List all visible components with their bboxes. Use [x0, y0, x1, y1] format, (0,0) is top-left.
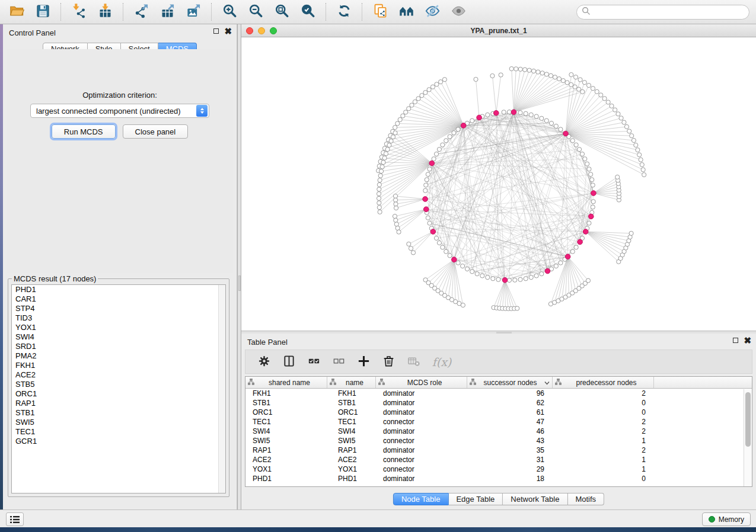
network-node[interactable]	[394, 222, 398, 226]
list-item[interactable]: STP4	[12, 304, 225, 313]
network-node[interactable]	[586, 278, 590, 283]
network-node[interactable]	[377, 192, 381, 196]
network-hub-node[interactable]	[502, 278, 508, 283]
network-node[interactable]	[629, 231, 633, 235]
import-table-button[interactable]	[94, 2, 116, 22]
network-node[interactable]	[507, 110, 511, 114]
refresh-button[interactable]	[333, 2, 355, 22]
column-header-shared-name[interactable]: shared name	[245, 377, 327, 388]
tab-node-table[interactable]: Node Table	[393, 493, 449, 505]
network-node[interactable]	[590, 178, 594, 182]
network-node[interactable]	[427, 88, 431, 92]
network-node[interactable]	[627, 129, 631, 133]
network-node[interactable]	[420, 94, 424, 98]
network-node[interactable]	[591, 86, 595, 91]
network-node[interactable]	[606, 100, 610, 104]
network-node[interactable]	[569, 82, 573, 86]
network-node[interactable]	[524, 277, 528, 281]
network-node[interactable]	[527, 68, 531, 72]
network-node[interactable]	[595, 89, 599, 94]
list-item[interactable]: STB1	[12, 408, 225, 418]
network-node[interactable]	[398, 117, 402, 121]
network-node[interactable]	[580, 89, 585, 94]
list-item[interactable]: TEC1	[12, 427, 225, 437]
network-node[interactable]	[534, 274, 538, 278]
zoom-selected-button[interactable]	[297, 2, 318, 22]
list-item[interactable]: SRD1	[12, 342, 225, 351]
network-node[interactable]	[474, 77, 478, 81]
network-node[interactable]	[639, 158, 643, 162]
network-node[interactable]	[544, 118, 548, 123]
network-node[interactable]	[393, 131, 397, 135]
network-graph[interactable]	[241, 37, 756, 331]
network-node[interactable]	[565, 81, 569, 85]
list-item[interactable]: RAP1	[12, 399, 225, 408]
column-header-MCDS-role[interactable]: MCDS role	[376, 377, 467, 388]
list-item[interactable]: ACE2	[12, 370, 225, 380]
table-row[interactable]: TEC1TEC1connector472	[245, 417, 752, 427]
network-node[interactable]	[434, 236, 438, 240]
network-node[interactable]	[426, 172, 430, 177]
table-row[interactable]: FKH1FKH1dominator962	[245, 389, 752, 398]
network-node[interactable]	[637, 153, 642, 157]
network-node[interactable]	[529, 275, 533, 280]
network-node[interactable]	[401, 114, 405, 118]
network-node[interactable]	[631, 138, 636, 142]
network-node[interactable]	[578, 78, 582, 82]
table-row[interactable]: ORC1ORC1dominator610	[245, 408, 752, 417]
table-row[interactable]: SWI5SWI5connector431	[245, 436, 752, 446]
network-node[interactable]	[536, 70, 540, 74]
network-node[interactable]	[377, 182, 381, 187]
list-item[interactable]: SWI4	[12, 332, 225, 342]
network-canvas[interactable]	[241, 37, 756, 331]
network-node[interactable]	[559, 127, 563, 132]
network-node[interactable]	[393, 126, 397, 130]
network-node[interactable]	[395, 226, 400, 230]
table-row[interactable]: STB1STB1dominator620	[245, 398, 752, 408]
show-all-button[interactable]	[448, 2, 469, 22]
list-item[interactable]: STB5	[12, 380, 225, 389]
network-node[interactable]	[475, 272, 479, 276]
column-header-predecessor-nodes[interactable]: predecessor nodes	[553, 377, 654, 388]
list-item[interactable]: YOX1	[12, 323, 225, 332]
network-node[interactable]	[381, 160, 385, 164]
network-node[interactable]	[576, 87, 580, 91]
network-node[interactable]	[439, 80, 443, 84]
network-node[interactable]	[616, 112, 620, 116]
network-hub-node[interactable]	[493, 110, 499, 116]
splitter-handle[interactable]	[238, 275, 241, 291]
list-item[interactable]: PHD1	[12, 285, 225, 294]
network-node[interactable]	[461, 264, 465, 268]
network-node[interactable]	[393, 194, 397, 198]
network-node[interactable]	[642, 172, 646, 177]
network-node[interactable]	[465, 267, 469, 271]
network-node[interactable]	[432, 157, 436, 161]
network-node[interactable]	[523, 68, 527, 72]
network-node[interactable]	[559, 261, 563, 265]
network-node[interactable]	[577, 148, 581, 152]
network-node[interactable]	[548, 73, 553, 78]
network-node[interactable]	[409, 246, 413, 251]
network-node[interactable]	[423, 91, 428, 95]
network-hub-node[interactable]	[563, 131, 569, 136]
gear-button[interactable]	[255, 353, 273, 371]
network-hub-node[interactable]	[565, 254, 570, 259]
network-node[interactable]	[573, 85, 577, 89]
network-node[interactable]	[622, 120, 626, 124]
network-node[interactable]	[582, 81, 586, 85]
network-node[interactable]	[397, 230, 401, 234]
network-node[interactable]	[615, 175, 620, 179]
network-node[interactable]	[486, 113, 490, 117]
network-node[interactable]	[540, 272, 544, 276]
network-node[interactable]	[540, 116, 544, 120]
network-node[interactable]	[394, 218, 398, 222]
network-node[interactable]	[456, 261, 460, 265]
network-node[interactable]	[378, 174, 382, 178]
search-input[interactable]	[591, 7, 749, 18]
trash-button[interactable]	[379, 353, 397, 371]
network-node[interactable]	[641, 168, 645, 172]
add-plus-button[interactable]	[355, 353, 372, 371]
network-node[interactable]	[630, 134, 634, 138]
network-node[interactable]	[428, 167, 432, 171]
network-node[interactable]	[385, 148, 390, 152]
